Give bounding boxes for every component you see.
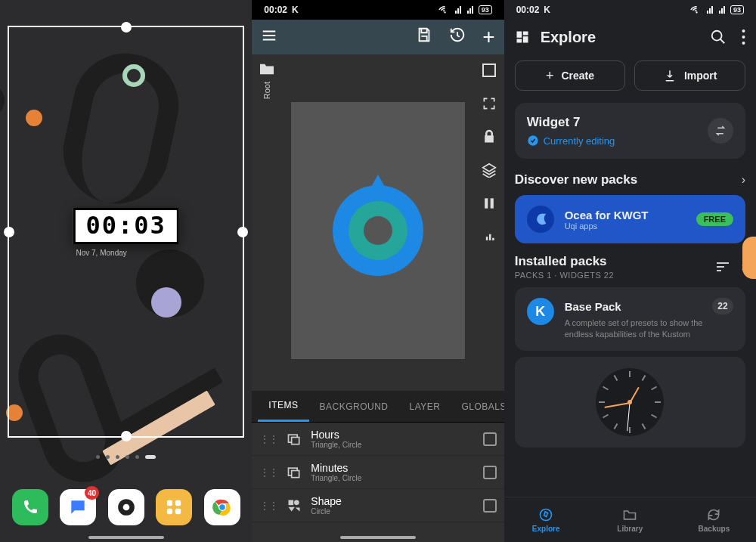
dock-camera-app[interactable] <box>108 489 144 525</box>
pack-base-icon: K <box>527 298 554 325</box>
create-button[interactable]: + Create <box>515 60 626 91</box>
svg-rect-23 <box>522 36 528 42</box>
installed-subtitle: PACKS 1 · WIDGETS 22 <box>515 271 614 280</box>
status-right-icons: 93 <box>690 5 744 14</box>
pack-title: Ocea for KWGT <box>565 209 649 221</box>
dock-apps-drawer[interactable] <box>156 489 192 525</box>
list-item[interactable]: ⋮⋮ Shape Circle <box>252 489 503 522</box>
home-indicator[interactable] <box>340 536 416 539</box>
pack-title: Base Pack <box>565 300 621 313</box>
history-icon[interactable] <box>449 26 466 48</box>
clock-widget[interactable]: 00:03 Nov 7, Monday <box>73 208 178 257</box>
search-icon[interactable] <box>710 29 727 45</box>
dock-phone-app[interactable] <box>12 489 48 525</box>
menu-icon[interactable] <box>261 27 277 47</box>
status-bar: 00:02 K 93 <box>252 0 503 20</box>
installed-section-header[interactable]: Installed packs PACKS 1 · WIDGETS 22 › <box>504 254 756 280</box>
tool-fullscreen-icon[interactable] <box>481 95 497 112</box>
pack-ocea[interactable]: Ocea for KWGT Uqi apps FREE <box>515 195 745 243</box>
svg-rect-15 <box>292 437 299 444</box>
shape-icon <box>287 498 302 513</box>
tool-rect-icon[interactable] <box>481 62 497 79</box>
battery-icon: 93 <box>479 5 492 14</box>
item-checkbox[interactable] <box>483 499 497 513</box>
tab-globals[interactable]: GLOBALS <box>451 391 503 422</box>
root-label[interactable]: Root <box>262 82 271 99</box>
svg-point-25 <box>712 31 722 41</box>
discover-section-header[interactable]: Discover new packs › <box>504 172 756 187</box>
tool-lock-icon[interactable] <box>481 129 497 145</box>
messages-badge: 40 <box>85 486 99 500</box>
phone-1-homescreen: 00:03 K 93 00:03 Nov 7, Monday 40 <box>0 0 252 542</box>
plus-icon: + <box>546 68 554 84</box>
item-title: Hours <box>311 429 473 441</box>
editor-canvas[interactable] <box>282 54 473 391</box>
discover-title: Discover new packs <box>515 172 638 187</box>
save-icon[interactable] <box>416 26 432 48</box>
item-checkbox[interactable] <box>483 466 497 479</box>
clock-time: 00:03 <box>73 208 178 244</box>
add-icon[interactable]: + <box>482 26 494 48</box>
item-subtitle: Triangle, Circle <box>311 474 473 482</box>
dashboard-icon[interactable] <box>515 29 530 45</box>
nav-explore[interactable]: Explore <box>504 497 588 542</box>
tool-layers-icon[interactable] <box>481 162 497 178</box>
nav-label: Backups <box>699 525 730 533</box>
list-item[interactable]: ⋮⋮ Hours Triangle, Circle <box>252 423 503 456</box>
sort-icon[interactable] <box>716 262 730 272</box>
folder-icon[interactable] <box>259 62 275 76</box>
tab-background[interactable]: BACKGROUND <box>309 391 399 422</box>
resize-handle-top[interactable] <box>121 22 132 33</box>
tool-chart-icon[interactable] <box>481 228 497 245</box>
explore-appbar: Explore <box>504 20 756 54</box>
drag-handle-icon[interactable]: ⋮⋮ <box>259 466 277 479</box>
svg-point-20 <box>696 11 697 13</box>
import-button[interactable]: Import <box>634 60 745 91</box>
svg-rect-22 <box>522 32 528 36</box>
item-subtitle: Triangle, Circle <box>311 441 473 449</box>
current-widget-card[interactable]: Widget 7 Currently editing <box>515 103 745 159</box>
svg-rect-5 <box>167 509 172 514</box>
tab-items[interactable]: ITEMS <box>258 391 308 422</box>
import-label: Import <box>684 70 717 82</box>
svg-rect-21 <box>516 32 522 38</box>
item-title: Minutes <box>311 462 473 474</box>
svg-rect-18 <box>289 500 294 505</box>
bottom-nav: Explore Library Backups <box>504 497 756 542</box>
overlap-group-icon <box>287 465 302 480</box>
nav-library[interactable]: Library <box>588 497 672 542</box>
resize-handle-left[interactable] <box>4 227 14 237</box>
resize-handle-bottom[interactable] <box>121 431 132 441</box>
drag-handle-icon[interactable]: ⋮⋮ <box>259 500 277 512</box>
nav-label: Explore <box>532 525 560 533</box>
page-indicator[interactable] <box>0 455 252 459</box>
status-time: 00:02 <box>516 5 540 15</box>
svg-rect-6 <box>175 509 181 514</box>
analog-clock-preview[interactable] <box>515 357 745 448</box>
next-pack-peek[interactable] <box>742 237 756 279</box>
drag-handle-icon[interactable]: ⋮⋮ <box>259 433 277 445</box>
pack-description: A complete set of presets to show the en… <box>565 317 733 340</box>
dock-messages-app[interactable]: 40 <box>60 489 96 525</box>
status-bar: 00:02 K 93 <box>504 0 756 20</box>
pack-base[interactable]: K Base Pack 22 A complete set of presets… <box>515 287 745 351</box>
home-indicator[interactable] <box>88 536 164 539</box>
installed-title: Installed packs <box>515 254 614 269</box>
dock-chrome-app[interactable] <box>204 489 240 525</box>
more-icon[interactable] <box>742 29 745 45</box>
resize-handle-right[interactable] <box>237 227 248 237</box>
tab-layer[interactable]: LAYER <box>399 391 451 422</box>
item-checkbox[interactable] <box>483 432 497 446</box>
canvas-preview <box>291 102 465 359</box>
swap-icon[interactable] <box>708 118 733 144</box>
battery-icon: 93 <box>730 5 744 14</box>
pack-count-badge: 22 <box>712 298 733 314</box>
list-item[interactable]: ⋮⋮ Minutes Triangle, Circle <box>252 456 503 489</box>
svg-point-28 <box>742 42 745 45</box>
create-label: Create <box>561 70 594 82</box>
editor-body: Root <box>252 54 503 391</box>
compass-icon <box>538 507 553 522</box>
tool-pause-icon[interactable] <box>481 195 497 212</box>
svg-point-10 <box>444 11 445 13</box>
nav-backups[interactable]: Backups <box>672 497 756 542</box>
